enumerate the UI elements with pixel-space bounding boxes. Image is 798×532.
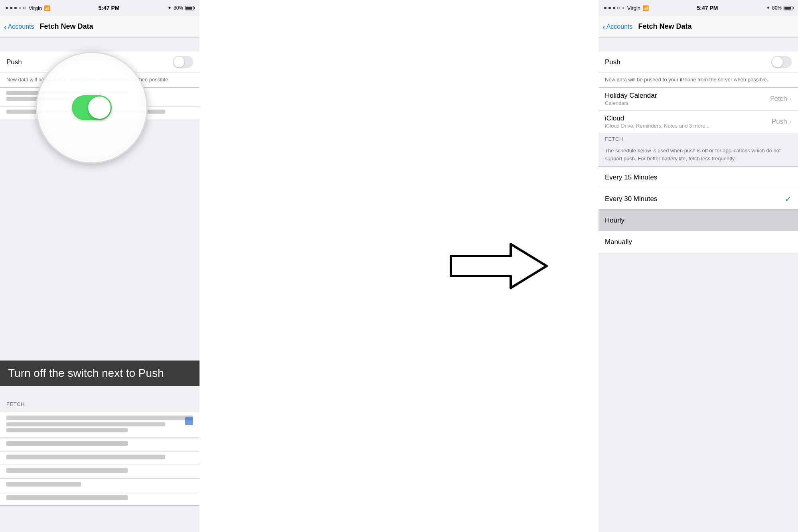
right-carrier-label: Virgin: [627, 5, 640, 11]
r-signal-dot-1: [604, 7, 606, 9]
right-battery-fill: [784, 7, 791, 10]
r-signal-dot-4: [617, 7, 620, 9]
fetch-section-left: FETCH: [0, 398, 200, 409]
blurred-row-6: [0, 465, 200, 479]
right-holiday-value: Fetch: [770, 95, 787, 103]
left-back-button[interactable]: ‹ Accounts: [4, 23, 34, 31]
signal-dot-3: [14, 7, 17, 9]
carrier-label: Virgin: [29, 5, 42, 11]
blur-line: [6, 428, 128, 432]
right-push-toggle[interactable]: [771, 56, 792, 68]
right-panel: Virgin 📶 5:47 PM ✦ 80% ‹ Accounts Fetch …: [598, 0, 798, 532]
fetch-desc: The schedule below is used when push is …: [598, 144, 798, 167]
signal-dot-2: [10, 7, 12, 9]
blurred-icon: [185, 417, 193, 425]
blurred-row-8: [0, 492, 200, 506]
right-back-button[interactable]: ‹ Accounts: [602, 23, 632, 31]
right-bluetooth-icon: ✦: [766, 5, 770, 11]
fetch-30-label: Every 30 Minutes: [605, 195, 785, 203]
fetch-option-hourly[interactable]: Hourly: [598, 210, 798, 231]
right-time: 5:47 PM: [697, 5, 718, 11]
blur-line: [6, 441, 128, 446]
wifi-icon: 📶: [44, 5, 50, 11]
right-back-label: Accounts: [606, 23, 633, 30]
battery-fill: [186, 7, 192, 10]
left-status-right: ✦ 80%: [168, 5, 194, 11]
push-toggle[interactable]: [173, 56, 193, 68]
instruction-bar: Turn off the switch next to Push FETCH: [0, 361, 200, 532]
blurred-row-5: [0, 451, 200, 465]
fetch-15-label: Every 15 Minutes: [605, 173, 792, 181]
fetch-section-header: FETCH: [598, 133, 798, 144]
blur-line: [6, 468, 128, 473]
left-status-bar: Virgin 📶 5:47 PM ✦ 80%: [0, 0, 200, 16]
r-signal-dot-2: [608, 7, 611, 9]
right-icloud-sub: iCloud Drive, Reminders, Notes and 3 mor…: [605, 123, 772, 129]
fetch-section: FETCH The schedule below is used when pu…: [598, 133, 798, 167]
right-push-desc: New data will be pushed to your iPhone f…: [598, 73, 798, 88]
fetch-hourly-label: Hourly: [605, 217, 792, 225]
fetch-option-30[interactable]: Every 30 Minutes ✓: [598, 188, 798, 210]
battery-icon: [185, 6, 194, 10]
blurred-row-7: [0, 479, 200, 492]
blur-line: [6, 416, 193, 420]
blurred-row-4: [0, 438, 200, 451]
arrow-icon: [447, 238, 551, 294]
right-holiday-chevron: ›: [790, 95, 792, 102]
left-nav-bar: ‹ Accounts Fetch New Data: [0, 16, 200, 37]
left-top-separator: [0, 37, 200, 51]
right-holiday-row[interactable]: Holiday Calendar Calendars Fetch ›: [598, 88, 798, 110]
blur-line: [6, 495, 128, 500]
blur-line: [6, 422, 165, 426]
fetch-manually-label: Manually: [605, 238, 792, 246]
signal-dot-5: [23, 7, 26, 9]
right-status-bar: Virgin 📶 5:47 PM ✦ 80%: [598, 0, 798, 16]
right-icloud-content: iCloud iCloud Drive, Reminders, Notes an…: [605, 114, 772, 129]
right-push-row[interactable]: Push: [598, 51, 798, 73]
fetch-option-manually[interactable]: Manually: [598, 231, 798, 253]
toggle-knob: [174, 57, 184, 67]
right-nav-title: Fetch New Data: [638, 22, 691, 31]
left-battery-percent: 80%: [174, 5, 183, 11]
right-push-desc-text: New data will be pushed to your iPhone f…: [605, 77, 768, 83]
left-fetch-label: FETCH: [0, 398, 200, 409]
left-status-left: Virgin 📶: [6, 5, 50, 11]
signal-dot-1: [6, 7, 8, 9]
blur-line: [6, 482, 81, 487]
right-status-right: ✦ 80%: [766, 5, 792, 11]
blur-line: [6, 455, 165, 459]
signal-dot-4: [19, 7, 21, 9]
right-nav-bar: ‹ Accounts Fetch New Data: [598, 16, 798, 37]
right-status-left: Virgin 📶: [604, 5, 649, 11]
right-holiday-content: Holiday Calendar Calendars: [605, 92, 770, 106]
right-holiday-label: Holiday Calendar: [605, 92, 770, 100]
right-battery-icon: [784, 6, 792, 10]
fetch-options-section: Every 15 Minutes Every 30 Minutes ✓ Hour…: [598, 167, 798, 253]
left-nav-title: Fetch New Data: [40, 22, 93, 31]
right-push-label: Push: [605, 58, 771, 66]
left-panel: Virgin 📶 5:47 PM ✦ 80% ‹ Accounts Fetch …: [0, 0, 200, 532]
right-accounts-section: Holiday Calendar Calendars Fetch › iClou…: [598, 88, 798, 133]
right-icloud-chevron: ›: [790, 118, 792, 125]
magnifier-overlay: [36, 52, 148, 164]
right-top-separator: [598, 37, 798, 51]
right-back-chevron-icon: ‹: [602, 23, 605, 31]
magnified-knob: [88, 97, 111, 119]
left-time: 5:47 PM: [99, 5, 120, 11]
bluetooth-icon: ✦: [168, 5, 172, 11]
right-battery-percent: 80%: [772, 5, 782, 11]
instruction-text: Turn off the switch next to Push: [0, 361, 200, 386]
right-wifi-icon: 📶: [642, 5, 649, 11]
fetch-option-15[interactable]: Every 15 Minutes: [598, 167, 798, 188]
left-back-label: Accounts: [8, 23, 34, 30]
blurred-row-3: [0, 412, 200, 438]
magnified-toggle: [72, 95, 112, 120]
right-icloud-row[interactable]: iCloud iCloud Drive, Reminders, Notes an…: [598, 110, 798, 133]
right-icloud-value: Push: [772, 118, 787, 126]
arrow-container: [447, 238, 551, 294]
svg-marker-0: [451, 244, 547, 288]
right-holiday-sub: Calendars: [605, 100, 770, 106]
r-signal-dot-3: [613, 7, 615, 9]
back-chevron-icon: ‹: [4, 23, 7, 31]
r-signal-dot-5: [622, 7, 624, 9]
